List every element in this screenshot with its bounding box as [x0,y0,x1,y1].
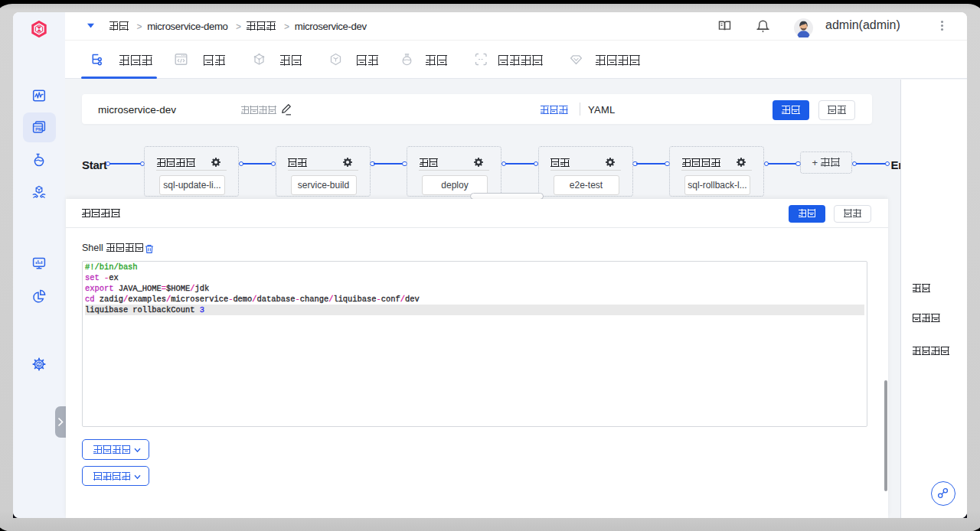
svg-text:PM: PM [35,127,42,132]
